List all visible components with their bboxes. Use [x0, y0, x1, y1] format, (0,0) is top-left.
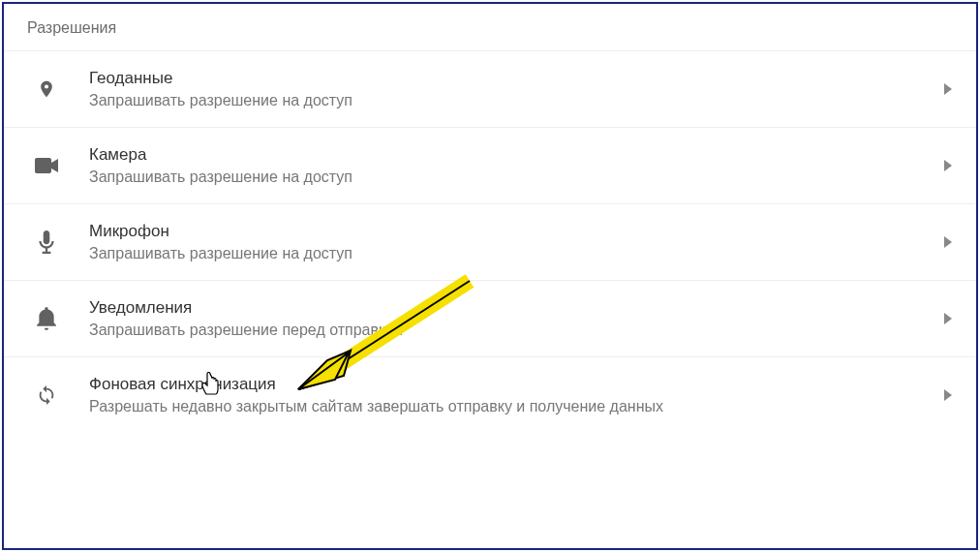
permission-text: Уведомления Запрашивать разрешение перед…	[89, 298, 943, 339]
chevron-right-icon	[943, 83, 953, 95]
permissions-panel: Разрешения Геоданные Запрашивать разреше…	[2, 2, 978, 550]
permission-subtitle: Запрашивать разрешение на доступ	[89, 245, 943, 262]
bell-icon	[33, 305, 60, 332]
permission-title: Фоновая синхронизация	[89, 375, 943, 394]
permission-title: Микрофон	[89, 222, 943, 241]
permissions-list: Геоданные Запрашивать разрешение на дост…	[4, 50, 976, 445]
permission-subtitle: Запрашивать разрешение на доступ	[89, 92, 943, 109]
permission-item-microphone[interactable]: Микрофон Запрашивать разрешение на досту…	[4, 203, 976, 280]
permission-subtitle: Запрашивать разрешение на доступ	[89, 169, 943, 186]
permission-subtitle: Разрешать недавно закрытым сайтам заверш…	[89, 398, 943, 415]
section-title: Разрешения	[4, 4, 976, 50]
chevron-right-icon	[943, 389, 953, 401]
permission-item-camera[interactable]: Камера Запрашивать разрешение на доступ	[4, 127, 976, 203]
permission-text: Микрофон Запрашивать разрешение на досту…	[89, 222, 943, 262]
microphone-icon	[33, 229, 60, 256]
permission-item-background-sync[interactable]: Фоновая синхронизация Разрешать недавно …	[4, 356, 976, 445]
camera-icon	[33, 152, 60, 179]
location-icon	[33, 76, 60, 103]
permission-text: Геоданные Запрашивать разрешение на дост…	[89, 69, 943, 109]
permission-item-notifications[interactable]: Уведомления Запрашивать разрешение перед…	[4, 280, 976, 356]
sync-icon	[33, 382, 60, 409]
permission-text: Камера Запрашивать разрешение на доступ	[89, 145, 943, 186]
permission-title: Камера	[89, 145, 943, 165]
chevron-right-icon	[943, 236, 953, 248]
chevron-right-icon	[943, 313, 953, 324]
permission-text: Фоновая синхронизация Разрешать недавно …	[89, 375, 943, 415]
permission-subtitle: Запрашивать разрешение перед отправкой	[89, 322, 943, 339]
permission-item-location[interactable]: Геоданные Запрашивать разрешение на дост…	[4, 50, 976, 127]
permission-title: Уведомления	[89, 298, 943, 318]
permission-title: Геоданные	[89, 69, 943, 88]
chevron-right-icon	[943, 160, 953, 171]
